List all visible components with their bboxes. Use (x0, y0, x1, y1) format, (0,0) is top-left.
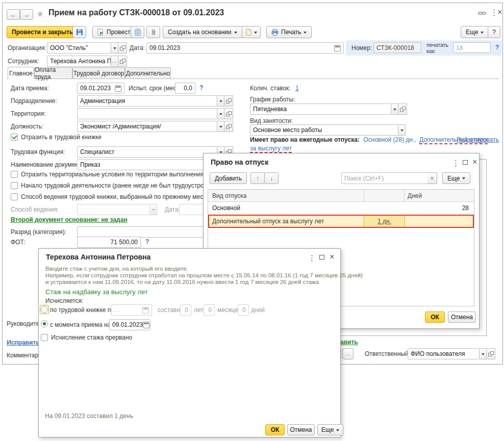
workbook-method-checkbox[interactable] (11, 193, 18, 200)
workbook-radio[interactable] (41, 306, 48, 313)
date-field[interactable]: 09.01.2023 (146, 42, 344, 54)
tab-additional[interactable]: Дополнительно (125, 67, 171, 79)
move-up-button[interactable]: ↑ (250, 172, 265, 184)
calendar-icon[interactable] (143, 322, 149, 328)
calendar-icon[interactable] (142, 307, 149, 314)
more-button[interactable]: Еще (461, 26, 489, 38)
window-menu-icon[interactable]: ⋮ (308, 254, 316, 262)
column-header-days[interactable]: Дней (408, 192, 422, 199)
post-and-close-button[interactable]: Провести и закрыть (7, 26, 78, 38)
get-link-icon[interactable] (478, 10, 486, 17)
dialog-more-button[interactable]: Еще (442, 172, 470, 184)
maximize-icon[interactable] (319, 255, 324, 260)
add-button[interactable]: Добавить (210, 172, 247, 184)
print-button[interactable]: Печать (266, 26, 312, 38)
column-header-type[interactable]: Вид отпуска (212, 192, 247, 199)
probation-hint[interactable]: ? (199, 84, 203, 91)
employee-open-button[interactable] (118, 56, 127, 67)
close-icon[interactable]: × (497, 8, 502, 16)
labor-function-field[interactable]: Специалист (77, 146, 217, 158)
vacation-additional-link-line2[interactable]: за выслугу лет (250, 145, 292, 153)
favorite-star-icon[interactable]: ★ (36, 9, 44, 19)
employment-field[interactable]: Основное место работы (250, 124, 398, 136)
org-dropdown-button[interactable] (111, 42, 118, 54)
fot-hint[interactable]: ? (145, 238, 149, 245)
number-field[interactable]: СТЗК-000018 (373, 42, 421, 53)
table-row-selected[interactable]: Дополнительный отпуск за выслугу лет 1 д… (208, 215, 474, 228)
days-field[interactable]: 0 (238, 304, 249, 316)
years-field[interactable]: 0 (180, 304, 191, 316)
position-open-button[interactable] (224, 121, 233, 132)
territory-dropdown-button[interactable] (217, 108, 224, 119)
department-dropdown-button[interactable] (217, 95, 224, 107)
schedule-open-button[interactable] (398, 103, 407, 115)
method-field[interactable] (77, 204, 150, 215)
table-row[interactable]: Основной 28 (208, 202, 474, 215)
fot-field[interactable]: 71 500,00 (77, 237, 141, 248)
schedule-dropdown-button[interactable] (391, 103, 398, 115)
responsible-dropdown-button[interactable] (480, 348, 487, 359)
window-menu-icon[interactable]: ⋮ (490, 9, 498, 16)
months-field[interactable]: 0 (204, 304, 215, 316)
position-dropdown-button[interactable] (217, 121, 224, 132)
interrupted-checkbox[interactable] (41, 334, 48, 341)
tab-main[interactable]: Главное (8, 67, 34, 79)
create-based-on-button[interactable]: Создать на основании (163, 26, 242, 38)
help-button[interactable]: ? (488, 26, 500, 38)
second-doc-link[interactable]: Второй документ основание: не задан (11, 216, 128, 223)
employment-dropdown-button[interactable] (398, 124, 406, 136)
nav-forward-button[interactable]: → (20, 9, 33, 20)
tab-contract[interactable]: Трудовой договор (72, 67, 125, 79)
move-down-button[interactable]: ↓ (264, 172, 279, 184)
from-hire-date-field[interactable]: 09.01.2023 (109, 319, 150, 330)
reports-dropdown-button[interactable] (242, 26, 261, 38)
org-open-button[interactable] (118, 42, 127, 54)
edit-vacations-link[interactable]: Редактировать (457, 136, 499, 143)
save-button[interactable] (72, 26, 86, 38)
vacation-main-link[interactable]: Основной (28) дн., (363, 136, 416, 143)
journal-button[interactable] (131, 26, 144, 38)
calendar-icon[interactable] (115, 85, 121, 92)
close-icon[interactable]: × (330, 253, 334, 261)
attachments-button[interactable] (146, 26, 160, 38)
days-cell-selected[interactable]: 1 дн. (364, 216, 405, 227)
partial-green-link[interactable]: авить (340, 339, 358, 346)
territory-open-button[interactable] (224, 108, 233, 119)
more-button[interactable]: Еще (317, 424, 343, 435)
comment-select-button[interactable]: ... (342, 348, 354, 359)
ok-button[interactable]: ОК (425, 312, 445, 323)
department-open-button[interactable] (224, 95, 233, 107)
territory-field[interactable] (77, 108, 217, 119)
search-clear-button[interactable]: × (427, 172, 437, 184)
schedule-field[interactable]: Пятидневка (250, 103, 391, 115)
employee-field[interactable]: Терехова Антонина Петр (47, 56, 111, 67)
nav-back-button[interactable]: ← (7, 9, 20, 20)
workbook-date-field[interactable]: . . (111, 304, 152, 316)
fix-link[interactable]: Исправить (7, 339, 40, 346)
window-menu-icon[interactable]: ⋮ (452, 159, 460, 167)
territorial-checkbox[interactable] (11, 171, 18, 178)
department-field[interactable]: Администрация (77, 95, 217, 107)
close-icon[interactable]: × (472, 158, 477, 166)
tab-salary[interactable]: Оплата труда (34, 67, 72, 79)
maximize-icon[interactable] (463, 160, 468, 165)
search-input[interactable]: Поиск (Ctrl+F) (341, 172, 428, 184)
responsible-field[interactable]: ФИО пользователя (408, 348, 480, 359)
rates-link[interactable]: 1 (295, 85, 299, 92)
responsible-open-button[interactable] (487, 348, 495, 359)
method-dropdown-button[interactable] (150, 204, 157, 215)
from-hire-radio[interactable] (41, 320, 48, 327)
employee-select-button[interactable]: ... (111, 56, 118, 67)
workbook-checkbox[interactable] (11, 134, 18, 141)
org-field[interactable]: ООО "Стиль" (47, 42, 111, 54)
print-as-field[interactable]: 18 (453, 42, 491, 53)
first-job-checkbox[interactable] (11, 182, 18, 189)
calendar-icon[interactable] (334, 45, 341, 51)
probation-field[interactable]: 0,0 (175, 83, 195, 94)
hire-date-field[interactable]: 09.01.2023 (77, 83, 124, 94)
position-field[interactable]: Экономист /Администрация/ (77, 121, 217, 132)
cancel-button[interactable]: Отмена (287, 424, 315, 435)
ok-button[interactable]: ОК (265, 424, 285, 435)
cancel-button[interactable]: Отмена (448, 312, 476, 323)
number-hint[interactable]: ? (495, 44, 499, 51)
